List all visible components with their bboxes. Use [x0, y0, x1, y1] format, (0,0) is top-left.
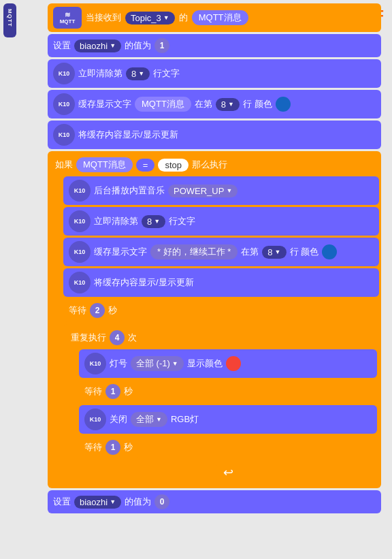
color-circle-2[interactable]	[322, 244, 337, 259]
k10-icon-2: K10	[53, 93, 75, 115]
wait-prefix-2: 等待	[84, 385, 102, 398]
led-suffix: 显示颜色	[187, 357, 223, 370]
update-display-block-1: K10 将缓存内容显示/显示更新	[48, 121, 381, 149]
k10-icon-7: K10	[69, 272, 91, 293]
set-middle-2: 的值为	[125, 496, 151, 508]
stop-pill: stop	[158, 159, 189, 172]
buffer-suffix-2: 行 颜色	[290, 246, 319, 258]
buffer-middle-2: 在第	[241, 246, 259, 258]
k10-icon-6: K10	[69, 241, 91, 263]
repeat-suffix: 次	[128, 332, 137, 344]
mqtt-side-label: MQTT	[3, 3, 16, 37]
wait-block-2: 等待 1 秒	[79, 380, 138, 403]
led-group-dropdown[interactable]: 全部 (-1)	[131, 356, 184, 371]
wait-suffix-1: 秒	[108, 304, 117, 317]
mqtt-side-text: MQTT	[7, 9, 13, 27]
music-dropdown[interactable]: POWER_UP	[168, 185, 238, 197]
clear-prefix-2: 立即清除第	[94, 215, 138, 227]
mqtt-text-pill-1: MQTT消息	[135, 97, 191, 112]
repeat-val: 4	[110, 330, 125, 345]
if-body: K10 后台播放内置音乐 POWER_UP K10 立即清除第 8 行文字 K1…	[63, 176, 379, 486]
buffer-line-dropdown-2[interactable]: 8	[262, 246, 286, 259]
k10-icon-9: K10	[84, 409, 106, 430]
led-color-circle[interactable]	[226, 356, 241, 371]
line-dropdown-1[interactable]: 8	[126, 67, 150, 80]
equals-sign: =	[136, 159, 155, 172]
set-prefix-2: 设置	[53, 496, 71, 508]
wait-suffix-3: 秒	[124, 441, 133, 453]
var-dropdown-2[interactable]: biaozhi	[74, 496, 121, 509]
line-dropdown-2[interactable]: 8	[142, 215, 165, 228]
wait-prefix-1: 等待	[69, 304, 86, 317]
update-display-block-2: K10 将缓存内容显示/显示更新	[63, 268, 379, 297]
buffer-suffix-1: 行 颜色	[243, 98, 272, 110]
k10-icon-8: K10	[84, 353, 106, 374]
topic-dropdown[interactable]: Topic_3	[125, 12, 175, 25]
wait-block-3: 等待 1 秒	[79, 436, 138, 459]
buffer-line-dropdown-1[interactable]: 8	[216, 98, 240, 111]
color-circle-1[interactable]	[276, 97, 291, 112]
update-text-1: 将缓存内容显示/显示更新	[78, 129, 178, 141]
repeat-body: K10 灯号 全部 (-1) 显示颜色 等待 1 秒	[79, 349, 377, 484]
k10-icon-5: K10	[69, 210, 91, 232]
k10-icon-4: K10	[69, 180, 91, 202]
if-header: 如果 MQTT消息 = stop 那么执行	[50, 153, 379, 176]
update-text-2: 将缓存内容显示/显示更新	[94, 276, 194, 289]
workspace: DF ≋ MQTT 当接收到 Topic_3 的 MQTT消息 设置 biaoz…	[0, 0, 392, 559]
clear-line-block-2: K10 立即清除第 8 行文字	[63, 207, 379, 236]
play-prefix: 后台播放内置音乐	[94, 185, 165, 197]
close-prefix: 关闭	[110, 413, 127, 426]
clear-suffix-2: 行文字	[169, 215, 195, 227]
loop-connector: ↩	[79, 461, 377, 484]
text-pill-2: * 好的，继续工作 *	[150, 244, 238, 259]
wait-prefix-3: 等待	[84, 441, 102, 453]
repeat-header: 重复执行 4 次	[65, 326, 377, 349]
close-rgb-block: K10 关闭 全部 RGB灯	[79, 405, 377, 434]
clear-suffix-1: 行文字	[153, 67, 180, 80]
set-middle: 的值为	[125, 39, 151, 52]
mqtt-icon: ≋ MQTT	[53, 7, 82, 29]
mqtt-message-pill: MQTT消息	[192, 10, 248, 25]
buffer-prefix-1: 缓存显示文字	[78, 98, 131, 110]
repeat-keyword: 重复执行	[71, 332, 106, 344]
buffer-display-block-2: K10 缓存显示文字 * 好的，继续工作 * 在第 8 行 颜色	[63, 238, 379, 266]
buffer-prefix-2: 缓存显示文字	[94, 246, 147, 258]
led-color-block: K10 灯号 全部 (-1) 显示颜色	[79, 349, 377, 378]
set-var-block-2: 设置 biaozhi 的值为 0	[48, 490, 381, 513]
wait-suffix-2: 秒	[124, 385, 133, 398]
loop-arrow: ↩	[216, 464, 240, 481]
if-container: 如果 MQTT消息 = stop 那么执行 K10 后台播放内置音乐 POWER…	[48, 151, 381, 488]
k10-icon-1: K10	[53, 63, 75, 84]
value-1: 1	[154, 38, 169, 53]
k10-icon-3: K10	[53, 124, 75, 146]
mqtt-trigger-block: ≋ MQTT 当接收到 Topic_3 的 MQTT消息	[48, 3, 381, 32]
wait-val-1: 2	[90, 303, 105, 318]
var-dropdown[interactable]: biaozhi	[74, 39, 121, 52]
wait-block-1: 等待 2 秒	[63, 299, 122, 322]
play-music-block: K10 后台播放内置音乐 POWER_UP	[63, 176, 379, 205]
close-suffix: RGB灯	[171, 413, 199, 426]
mqtt-middle: 的	[179, 12, 188, 24]
mqtt-prefix: 当接收到	[86, 12, 121, 24]
wait-val-2: 1	[105, 384, 120, 399]
wait-val-3: 1	[105, 440, 120, 455]
repeat-container: 重复执行 4 次 K10 灯号 全部 (-1) 显示颜色	[63, 324, 379, 486]
if-condition-left: MQTT消息	[76, 157, 133, 172]
if-keyword: 如果	[55, 159, 73, 171]
set-var-block: 设置 biaozhi 的值为 1	[48, 34, 381, 57]
clear-prefix-1: 立即清除第	[78, 67, 122, 80]
buffer-middle-1: 在第	[195, 98, 212, 110]
rgb-group-dropdown[interactable]: 全部	[131, 412, 167, 427]
led-prefix: 灯号	[110, 357, 127, 370]
clear-line-block-1: K10 立即清除第 8 行文字	[48, 59, 381, 88]
buffer-display-block-1: K10 缓存显示文字 MQTT消息 在第 8 行 颜色	[48, 90, 381, 118]
set-prefix: 设置	[53, 39, 71, 52]
value-0: 0	[154, 494, 169, 509]
then-keyword: 那么执行	[192, 159, 227, 171]
